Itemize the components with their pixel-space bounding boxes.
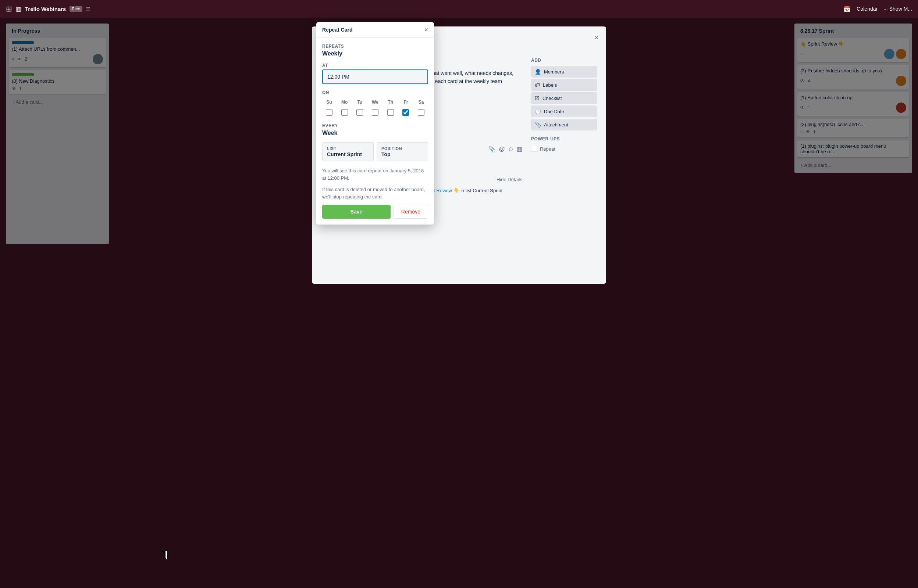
due-date-icon: 🕐 — [535, 108, 541, 114]
home-icon[interactable]: ⊞ — [6, 5, 12, 13]
repeat-modal-body: Repeats Weekly At On Su Mo Tu We Th Fr S… — [316, 38, 434, 225]
modal-close-button[interactable]: × — [593, 32, 600, 43]
repeat-info-text-2: If this card is deleted or moved to anot… — [322, 186, 428, 200]
repeat-label: Repeat — [540, 146, 555, 152]
at-label: At — [322, 63, 428, 68]
hide-details-button[interactable]: Hide Details — [497, 177, 522, 182]
power-ups-title: Power-Ups — [531, 136, 597, 142]
attachment-icon: 📎 — [535, 122, 541, 128]
due-date-button[interactable]: 🕐 Due Date — [531, 105, 597, 117]
members-icon: 👤 — [535, 69, 541, 74]
menu-icon[interactable]: ≡ — [86, 5, 91, 13]
day-checkbox-su — [322, 108, 336, 117]
labels-icon: 🏷 — [535, 82, 540, 88]
on-field: On Su Mo Tu We Th Fr Sa — [322, 90, 428, 117]
power-ups-section: Power-Ups Repeat — [531, 136, 597, 153]
checklist-label: Checklist — [542, 95, 562, 101]
day-checkbox-tu — [353, 108, 367, 117]
modal-overlay[interactable]: × ▦ 👆 Sprint Review 👇 in list Current Sp… — [0, 18, 918, 588]
day-label-su: Su — [322, 98, 336, 106]
repeats-value: Weekly — [322, 50, 428, 57]
position-label: Position — [381, 146, 423, 151]
power-ups-item-repeat: Repeat — [531, 144, 597, 153]
attachment-label: Attachment — [544, 122, 568, 128]
topbar: ⊞ ▦ Trello Webinars Free ≡ 📅 Calendar ··… — [0, 0, 918, 18]
checkbox-fr[interactable] — [402, 109, 409, 116]
list-field[interactable]: List Current Sprint — [322, 142, 374, 162]
repeat-info-text-1: You will see this card repeat on January… — [322, 167, 428, 181]
list-position-row: List Current Sprint Position Top — [322, 142, 428, 162]
due-date-label: Due Date — [544, 109, 564, 114]
labels-button[interactable]: 🏷 Labels — [531, 79, 597, 91]
calendar-icon: 📅 — [844, 5, 851, 13]
members-label: Members — [544, 69, 564, 74]
day-label-fr: Fr — [399, 98, 413, 106]
checkbox-mo[interactable] — [341, 109, 348, 116]
emoji-icon[interactable]: ☺ — [508, 146, 514, 152]
days-grid: Su Mo Tu We Th Fr Sa — [322, 98, 428, 117]
topbar-right: 📅 Calendar ··· Show M... — [844, 5, 912, 13]
checkbox-tu[interactable] — [356, 109, 363, 116]
attachment-button[interactable]: 📎 Attachment — [531, 119, 597, 131]
day-label-mo: Mo — [338, 98, 351, 106]
day-label-we: We — [368, 98, 382, 106]
repeat-close-button[interactable]: × — [424, 26, 428, 33]
checkbox-su[interactable] — [326, 109, 332, 116]
day-label-tu: Tu — [353, 98, 367, 106]
at-input[interactable] — [322, 69, 428, 84]
checkbox-sa[interactable] — [418, 109, 424, 116]
board-badge: Free — [70, 6, 83, 12]
day-label-th: Th — [384, 98, 398, 106]
repeat-remove-button[interactable]: Remove — [393, 205, 428, 219]
every-section: Every Week — [322, 123, 428, 136]
repeat-save-button[interactable]: Save — [322, 205, 390, 219]
day-checkbox-we — [368, 108, 382, 117]
list-value: Current Sprint — [327, 152, 369, 157]
day-label-sa: Sa — [414, 98, 428, 106]
modal-sidebar: Add 👤 Members 🏷 Labels ☑ Checklist 🕐 Due… — [531, 58, 597, 209]
checkbox-we[interactable] — [372, 109, 379, 116]
labels-label: Labels — [543, 82, 557, 88]
board-name[interactable]: Trello Webinars — [25, 6, 66, 12]
topbar-left: ⊞ ▦ Trello Webinars Free ≡ — [6, 5, 91, 13]
every-label: Every — [322, 123, 428, 128]
day-checkbox-mo — [338, 108, 351, 117]
day-checkbox-fr — [399, 108, 413, 117]
repeat-card-modal: Repeat Card × Repeats Weekly At On Su Mo… — [316, 22, 434, 225]
mention-icon[interactable]: @ — [499, 146, 505, 152]
day-checkbox-th — [384, 108, 398, 117]
members-button[interactable]: 👤 Members — [531, 66, 597, 78]
on-label: On — [322, 90, 428, 95]
checklist-button[interactable]: ☑ Checklist — [531, 92, 597, 104]
repeat-modal-header: Repeat Card × — [316, 22, 434, 38]
day-checkbox-sa — [414, 108, 428, 117]
show-menu-label[interactable]: ··· Show M... — [884, 6, 912, 12]
add-section-title: Add — [531, 58, 597, 63]
checklist-icon: ☑ — [535, 95, 539, 101]
position-value: Top — [381, 152, 423, 157]
repeats-field: Repeats Weekly — [322, 44, 428, 57]
repeat-modal-title: Repeat Card — [322, 27, 352, 33]
card-icon-action[interactable]: ▦ — [517, 145, 522, 152]
repeats-label: Repeats — [322, 44, 428, 49]
checkbox-th[interactable] — [387, 109, 394, 116]
at-field: At — [322, 63, 428, 84]
list-label: List — [327, 146, 369, 151]
attach-icon[interactable]: 📎 — [489, 145, 496, 152]
board-icon: ▦ — [16, 5, 21, 13]
calendar-label[interactable]: Calendar — [856, 6, 878, 12]
every-value: Week — [322, 130, 428, 136]
repeat-footer: Save Remove — [322, 205, 428, 219]
repeat-checkbox — [531, 146, 537, 152]
position-field[interactable]: Position Top — [377, 142, 428, 162]
